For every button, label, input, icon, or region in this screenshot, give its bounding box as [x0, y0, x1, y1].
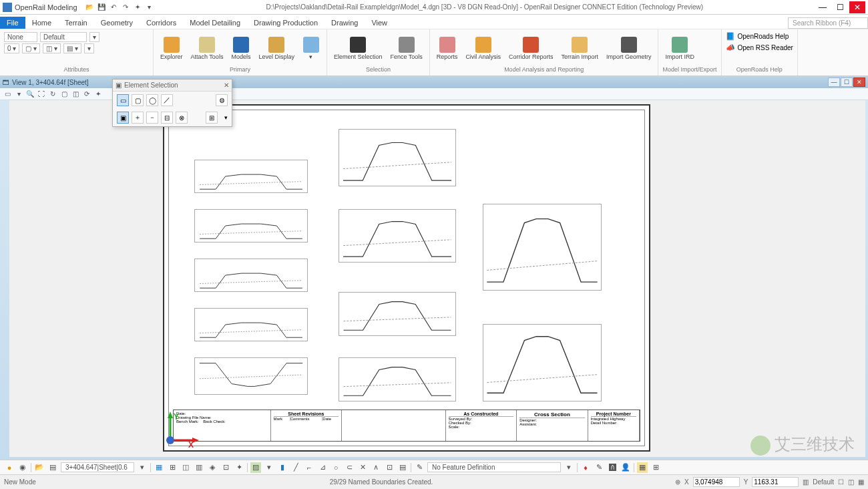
tab-terrain[interactable]: Terrain — [58, 17, 94, 29]
view-tool-7[interactable]: ⟳ — [82, 90, 91, 99]
s1[interactable]: ☐ — [838, 478, 844, 486]
b5[interactable]: ⊡ — [220, 462, 231, 473]
b23[interactable]: 👤 — [620, 462, 631, 473]
view-close-button[interactable]: ✕ — [853, 77, 865, 87]
import-geometry-button[interactable]: Import Geometry — [604, 35, 654, 61]
qat-down-icon[interactable]: ▾ — [144, 2, 155, 13]
coord-sys-icon[interactable]: ⊕ — [675, 478, 680, 486]
palette-pin-icon[interactable]: ✕ — [224, 82, 229, 89]
qat-open-icon[interactable]: 📂 — [84, 2, 95, 13]
view-tool-6[interactable]: ◫ — [71, 90, 80, 99]
b7[interactable]: ▨ — [250, 462, 261, 473]
view-max-button[interactable]: ☐ — [841, 77, 853, 87]
b18[interactable]: ▤ — [397, 462, 408, 473]
qat-redo-icon[interactable]: ↷ — [120, 2, 131, 13]
grid-icon[interactable]: ⊞ — [167, 462, 178, 473]
sel-tool-individual[interactable]: ▭ — [117, 94, 129, 106]
civil-analysis-button[interactable]: Civil Analysis — [463, 35, 503, 61]
import-ird-button[interactable]: Import IRD — [662, 35, 697, 61]
sel-mode-new[interactable]: ▣ — [117, 112, 129, 124]
b4[interactable]: ◈ — [207, 462, 218, 473]
palette-expand-icon[interactable]: ▾ — [224, 114, 228, 121]
keyin-icon[interactable]: ▤ — [47, 462, 58, 473]
view-tool-zoom-icon[interactable]: 🔍 — [25, 90, 35, 99]
template-combo[interactable]: ▤ ▾ — [63, 43, 81, 53]
linestyle-combo[interactable]: ▾ — [89, 32, 99, 42]
feature-def-icon[interactable]: ✎ — [414, 462, 425, 473]
level-combo[interactable]: None — [4, 32, 37, 42]
b14[interactable]: ⊂ — [344, 462, 355, 473]
b12[interactable]: ⊿ — [317, 462, 328, 473]
level-icon[interactable]: ▥ — [803, 478, 809, 486]
tab-home[interactable]: Home — [25, 17, 58, 29]
feature-def-combo[interactable]: No Feature Definition — [427, 462, 561, 472]
locks-icon[interactable]: ◉ — [17, 462, 28, 473]
s3[interactable]: ▦ — [858, 478, 864, 486]
tab-drawing[interactable]: Drawing — [324, 17, 365, 29]
y-input[interactable] — [752, 477, 799, 487]
class-combo[interactable]: ◫ ▾ — [43, 43, 61, 53]
element-selection-button[interactable]: Element Selection — [331, 35, 385, 61]
b16[interactable]: ∧ — [371, 462, 381, 473]
view-min-button[interactable]: — — [828, 77, 840, 87]
element-selection-palette[interactable]: ▣ Element Selection ✕ ▭ ▢ ◯ ／ ⚙ ▣ ＋ － ⊟ … — [112, 79, 232, 127]
tab-model-detailing[interactable]: Model Detailing — [183, 17, 247, 29]
reports-button[interactable]: Reports — [434, 35, 461, 61]
b9[interactable]: ▮ — [277, 462, 288, 473]
view-tool-rotate-icon[interactable]: ↻ — [48, 90, 57, 99]
b19[interactable]: ▾ — [564, 462, 574, 473]
tab-drawing-production[interactable]: Drawing Production — [247, 17, 324, 29]
sel-tool-shape[interactable]: ◯ — [146, 94, 158, 106]
more-primary-button[interactable]: ▾ — [300, 35, 322, 61]
explorer-button[interactable]: Explorer — [158, 35, 186, 61]
tab-view[interactable]: View — [365, 17, 394, 29]
fill-combo[interactable]: ▢ ▾ — [22, 43, 40, 53]
fence-tools-button[interactable]: Fence Tools — [387, 35, 425, 61]
sel-tool-line[interactable]: ／ — [161, 94, 173, 106]
b8[interactable]: ▾ — [264, 462, 274, 473]
b3[interactable]: ▥ — [194, 462, 204, 473]
view-tool-8[interactable]: ✦ — [93, 90, 103, 99]
b2[interactable]: ◫ — [180, 462, 191, 473]
acs-icon[interactable]: ▦ — [154, 462, 164, 473]
maximize-button[interactable]: ☐ — [832, 1, 848, 13]
terrain-import-button[interactable]: Terrain Import — [558, 35, 601, 61]
sel-tool-block[interactable]: ▢ — [132, 94, 144, 106]
minimize-button[interactable]: — — [815, 1, 831, 13]
x-input[interactable] — [693, 477, 740, 487]
qat-save-icon[interactable]: 💾 — [96, 2, 107, 13]
s2[interactable]: ◫ — [848, 478, 854, 486]
accudraw-icon[interactable]: 📂 — [34, 462, 45, 473]
tab-file[interactable]: File — [0, 17, 25, 29]
qat-undo-icon[interactable]: ↶ — [108, 2, 119, 13]
attach-tools-button[interactable]: Attach Tools — [188, 35, 226, 61]
view-tool-1[interactable]: ▭ — [3, 90, 12, 99]
models-button[interactable]: Models — [228, 35, 253, 61]
b6[interactable]: ✦ — [234, 462, 244, 473]
b24[interactable]: ▦ — [637, 462, 648, 473]
axis-gizmo[interactable]: Y X — [160, 410, 200, 450]
sel-mode-all[interactable]: ⊞ — [206, 112, 218, 124]
view-tool-2[interactable]: ▾ — [14, 90, 23, 99]
b11[interactable]: ⌐ — [304, 462, 314, 473]
lineweight-combo[interactable]: 0 ▾ — [4, 43, 19, 53]
snap-mode-icon[interactable]: ● — [4, 462, 15, 473]
b13[interactable]: ○ — [331, 462, 341, 473]
b22[interactable]: 🅰 — [607, 462, 618, 473]
b15[interactable]: ✕ — [357, 462, 368, 473]
b25[interactable]: ⊞ — [650, 462, 661, 473]
drawing-canvas[interactable]: Date: Drawing File Name: Bench Mark: Bac… — [9, 100, 865, 457]
sel-mode-add[interactable]: ＋ — [132, 112, 144, 124]
tab-corridors[interactable]: Corridors — [140, 17, 183, 29]
sel-mode-invert[interactable]: ⊟ — [161, 112, 173, 124]
view-tool-fit-icon[interactable]: ⛶ — [37, 90, 46, 99]
b17[interactable]: ⊡ — [384, 462, 395, 473]
level-display-button[interactable]: Level Display — [256, 35, 297, 61]
tab-geometry[interactable]: Geometry — [94, 17, 140, 29]
b10[interactable]: ╱ — [290, 462, 301, 473]
corridor-reports-button[interactable]: Corridor Reports — [506, 35, 556, 61]
b20[interactable]: ♦ — [580, 462, 591, 473]
ribbon-search[interactable]: Search Ribbon (F4) — [788, 17, 868, 29]
snap-combo[interactable]: 3+404.647|Sheet|0.6 — [61, 462, 134, 472]
close-button[interactable]: ✕ — [849, 1, 865, 13]
